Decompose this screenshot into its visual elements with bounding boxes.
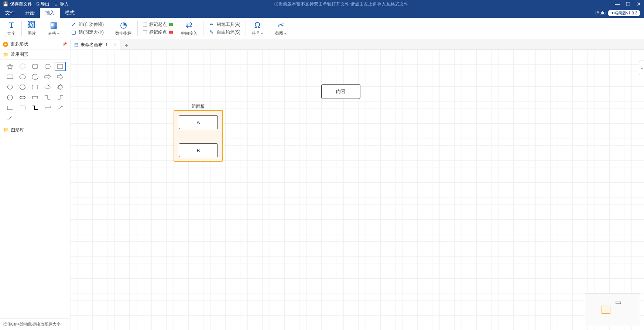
sidebar-tip: 按住Ctrl+滚动鼠标缩放图标大小 — [0, 318, 70, 330]
ribbon-group-fixed[interactable]: ▢组(固定大小) — [71, 29, 104, 35]
menu-start[interactable]: 开始 — [20, 8, 40, 18]
close-button[interactable]: ✕ — [637, 1, 641, 7]
flag-red-icon — [169, 31, 173, 34]
pin-icon[interactable]: 📌 — [62, 42, 67, 46]
shape-burst[interactable] — [55, 83, 66, 92]
svg-rect-4 — [58, 64, 63, 69]
export-label: 导出 — [41, 1, 49, 7]
svg-marker-11 — [20, 85, 25, 89]
expand-icon: ⤢ — [71, 21, 76, 27]
ribbon-table[interactable]: ▦ 表格 — [44, 18, 64, 39]
plus-icon: + — [3, 42, 8, 47]
shape-line-arrow[interactable] — [55, 103, 66, 112]
sidebar-shape-library[interactable]: 📁 图形库 — [0, 125, 70, 135]
brand: IAuto ✈精简版v1.3.3 — [595, 10, 644, 16]
pencil-icon: ✎ — [209, 29, 215, 35]
ribbon-image[interactable]: 🖼 图片 — [23, 18, 40, 39]
ribbon-screenshot[interactable]: ✂ 截图 — [271, 18, 291, 39]
svg-marker-10 — [7, 85, 13, 90]
shape-diamond[interactable] — [4, 83, 16, 92]
ribbon-num-indicator[interactable]: ◔ 数字指标 — [111, 18, 136, 39]
tab-add-button[interactable]: + — [120, 42, 133, 49]
shape-content-box[interactable]: 内容 — [321, 84, 360, 99]
ribbon-symbol[interactable]: Ω 符号 — [247, 18, 267, 39]
menu-file[interactable]: 文件 — [0, 8, 20, 18]
shape-connector-4[interactable] — [4, 103, 16, 112]
shape-connector-3[interactable] — [55, 93, 66, 102]
svg-marker-8 — [45, 75, 51, 79]
shape-heptagon[interactable] — [4, 93, 16, 102]
shape-circle[interactable] — [17, 62, 28, 71]
shape-line[interactable] — [4, 114, 16, 123]
flag-green-icon — [169, 23, 173, 26]
shape-rounded-rect[interactable] — [30, 62, 41, 71]
svg-marker-13 — [7, 95, 13, 100]
minimap[interactable]: ··· — [585, 293, 640, 326]
shape-hexagon[interactable] — [17, 83, 28, 92]
menu-insert[interactable]: 插入 — [40, 8, 60, 18]
shape-arrow-right[interactable] — [42, 72, 53, 81]
shape-double-arrow[interactable] — [17, 93, 28, 102]
group-box-b[interactable]: B — [179, 143, 218, 157]
tab-label: 未命名画布 -1 — [80, 42, 108, 48]
version-pill: ✈精简版v1.3.3 — [608, 10, 640, 16]
sidebar-more-shapes[interactable]: + 更多形状 📌 — [0, 39, 70, 49]
fixed-icon: ▢ — [71, 29, 76, 35]
titlebar: 💾保存至文件 ⎘导出 ⭳导入 ⓘ当前版本暂不支持双击单独打开文件,请点击左上角导… — [0, 0, 644, 8]
shape-connector-5[interactable] — [17, 103, 28, 112]
shape-connector-2[interactable] — [42, 93, 53, 102]
image-icon: 🖼 — [28, 20, 36, 30]
ribbon-mark-start[interactable]: 标记起点 — [143, 21, 173, 28]
shape-rounded-rect-2[interactable] — [42, 62, 53, 71]
shape-connector-6[interactable] — [30, 103, 41, 112]
save-to-file-button[interactable]: 💾保存至文件 — [3, 1, 32, 7]
main: ▤ 未命名画布 -1 × + 内容 组面板 A B ◂ · — [70, 39, 644, 330]
export-button[interactable]: ⎘导出 — [37, 1, 49, 7]
svg-marker-14 — [20, 96, 25, 99]
minimize-button[interactable]: — — [615, 1, 620, 7]
group-panel-title: 组面板 — [174, 103, 222, 110]
import-button[interactable]: ⭳导入 — [54, 1, 69, 7]
group-panel[interactable]: 组面板 A B — [174, 110, 223, 162]
ribbon-text[interactable]: T 文字 — [3, 18, 20, 39]
shape-cloud[interactable] — [42, 83, 53, 92]
shape-star[interactable] — [4, 62, 16, 71]
shape-octagon[interactable] — [30, 72, 41, 81]
shape-bracket[interactable] — [30, 83, 41, 92]
shape-palette — [0, 60, 70, 125]
checkbox-icon — [143, 30, 147, 34]
tab-close-icon[interactable]: × — [114, 42, 116, 47]
ribbon-pencil-tool[interactable]: ✎自由铅笔(S) — [209, 29, 240, 35]
maximize-button[interactable]: ❐ — [626, 1, 631, 7]
shape-connector-1[interactable] — [30, 93, 41, 102]
tab-canvas-1[interactable]: ▤ 未命名画布 -1 × — [70, 40, 120, 49]
shape-rect[interactable] — [4, 72, 16, 81]
svg-rect-5 — [7, 75, 13, 79]
svg-point-1 — [20, 64, 25, 69]
brand-name: IAuto — [595, 10, 606, 16]
shape-square[interactable] — [55, 62, 66, 71]
menu-mode[interactable]: 模式 — [60, 8, 80, 18]
ribbon-group-auto[interactable]: ⤢组(自动伸缩) — [71, 21, 104, 28]
ribbon-mark-end[interactable]: 标记终点 — [143, 29, 173, 35]
svg-marker-12 — [57, 84, 63, 90]
canvas[interactable]: 内容 组面板 A B ◂ ··· — [70, 49, 644, 330]
save-icon: 💾 — [3, 1, 8, 7]
minimap-group — [602, 306, 610, 314]
svg-point-6 — [20, 75, 25, 79]
checkbox-icon — [143, 23, 147, 27]
shape-arrow-right-2[interactable] — [55, 72, 66, 81]
svg-marker-0 — [7, 63, 13, 69]
tab-bar: ▤ 未命名画布 -1 × + — [70, 39, 644, 49]
menubar: 文件 开始 插入 模式 IAuto ✈精简版v1.3.3 — [0, 8, 644, 18]
shape-ellipse[interactable] — [17, 72, 28, 81]
sidebar-common-shapes[interactable]: 📁 常用图形 — [0, 49, 70, 60]
shape-connector-7[interactable] — [42, 103, 53, 112]
ribbon-pen-tool[interactable]: ✒钢笔工具(A) — [209, 21, 240, 28]
svg-rect-3 — [45, 64, 50, 69]
ribbon-mid-insert[interactable]: ⇄ 中间接入 — [177, 18, 202, 39]
canvas-icon: ▤ — [74, 42, 78, 47]
group-box-a[interactable]: A — [179, 115, 218, 129]
table-icon: ▦ — [50, 20, 58, 30]
right-panel-toggle[interactable]: ◂ — [639, 61, 644, 75]
